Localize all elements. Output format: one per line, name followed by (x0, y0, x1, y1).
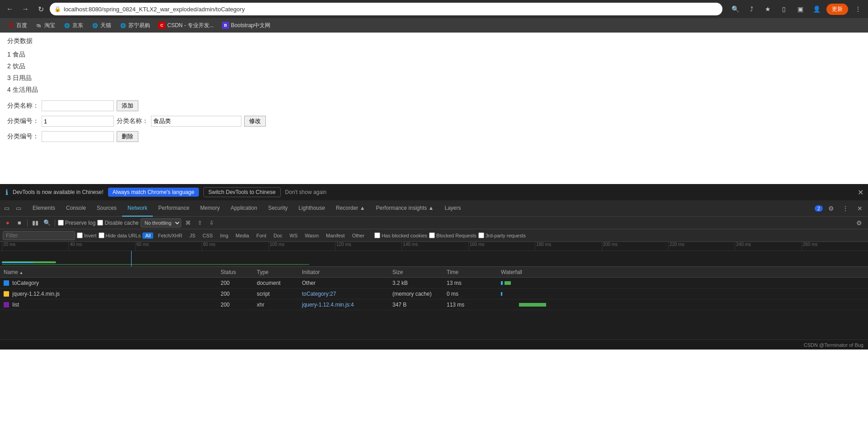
blocked-requests-checkbox[interactable]: Blocked Requests (429, 232, 476, 238)
delete-id-label: 分类编号： (7, 132, 39, 141)
jd-icon: 🌐 (63, 22, 71, 29)
preserve-log-checkbox[interactable]: Preserve log (58, 220, 95, 226)
filter-type-media[interactable]: Media (233, 232, 252, 239)
tab-lighthouse[interactable]: Lighthouse (293, 200, 330, 217)
tab-sources[interactable]: Sources (91, 200, 122, 217)
network-row-1[interactable]: toCategory 200 document Other 3.2 kB 13 … (0, 278, 868, 288)
back-button[interactable]: ← (4, 3, 16, 15)
filter-type-fetch-xhr[interactable]: Fetch/XHR (155, 232, 185, 239)
tab-performance[interactable]: Performance (153, 200, 195, 217)
filter-type-manifest[interactable]: Manifest (323, 232, 348, 239)
tab-elements[interactable]: Elements (27, 200, 61, 217)
throttle-select[interactable]: No throttling (141, 218, 181, 227)
has-blocked-cookies-checkbox[interactable]: Has blocked cookies (374, 232, 427, 238)
tab-performance-insights[interactable]: Performance insights ▲ (371, 200, 439, 217)
tab-console[interactable]: Console (61, 200, 91, 217)
taobao-icon: 🛍 (35, 22, 42, 29)
edit-button[interactable]: 修改 (244, 116, 266, 127)
bookmark-csdn[interactable]: C CSDN - 专业开发... (155, 20, 217, 31)
row3-name: list (0, 302, 217, 308)
bookmark-button[interactable]: ★ (761, 3, 774, 15)
filter-input[interactable] (3, 231, 75, 240)
devtools-close-button[interactable]: ✕ (854, 202, 866, 215)
search-button[interactable]: 🔍 (42, 218, 52, 228)
inspect-element-button[interactable]: ▭ (2, 203, 12, 213)
filter-type-js[interactable]: JS (187, 232, 198, 239)
col-header-initiator[interactable]: Initiator (298, 269, 389, 275)
update-button[interactable]: 更新 (826, 4, 848, 15)
devtools-more-button[interactable]: ⋮ (839, 202, 852, 215)
address-bar[interactable]: 🔒 localhost:8080/spring_0824_KTLX2_war_e… (50, 3, 722, 15)
filter-type-other[interactable]: Other (349, 232, 368, 239)
hide-data-urls-checkbox[interactable]: Hide data URLs (99, 232, 141, 238)
tick-220ms: 220 ms (668, 242, 735, 250)
stop-button[interactable]: ■ (14, 218, 24, 228)
col-header-status[interactable]: Status (217, 269, 253, 275)
bookmark-tmall[interactable]: 🌐 天猫 (88, 20, 115, 31)
menu-button[interactable]: ⋮ (852, 3, 864, 15)
notification-close-button[interactable]: ✕ (858, 188, 863, 197)
forward-button[interactable]: → (19, 3, 32, 15)
invert-checkbox[interactable]: Invert (77, 232, 97, 238)
add-input[interactable] (42, 100, 114, 111)
window-button[interactable]: ▣ (794, 3, 807, 15)
filter-type-doc[interactable]: Doc (271, 232, 285, 239)
network-row-2[interactable]: jquery-1.12.4.min.js 200 script toCatego… (0, 288, 868, 299)
extension-button[interactable]: ▯ (778, 3, 790, 15)
tick-80ms: 80 ms (202, 242, 268, 250)
reload-button[interactable]: ↻ (34, 3, 47, 15)
dont-show-again-button[interactable]: Don't show again (285, 189, 327, 195)
delete-button[interactable]: 删除 (117, 131, 138, 142)
bookmark-taobao[interactable]: 🛍 淘宝 (32, 20, 59, 31)
tab-security[interactable]: Security (263, 200, 293, 217)
suning-icon: 🌐 (119, 22, 127, 29)
col-header-name[interactable]: Name (0, 269, 217, 275)
network-row-3[interactable]: list 200 xhr jquery-1.12.4.min.js:4 347 … (0, 299, 868, 310)
download-button[interactable]: ⇩ (207, 218, 217, 228)
wifi-button[interactable]: ⌘ (183, 218, 193, 228)
network-settings-button[interactable]: ⚙ (853, 217, 865, 229)
add-button[interactable]: 添加 (117, 100, 138, 111)
col-header-size[interactable]: Size (389, 269, 443, 275)
share-button[interactable]: ⤴ (745, 3, 758, 15)
tab-memory[interactable]: Memory (195, 200, 225, 217)
filter-type-font[interactable]: Font (254, 232, 269, 239)
upload-button[interactable]: ⇧ (195, 218, 205, 228)
filter-type-wasm[interactable]: Wasm (302, 232, 321, 239)
delete-id-input[interactable] (42, 131, 114, 142)
record-button[interactable]: ● (3, 218, 13, 228)
xhr-icon (4, 302, 9, 307)
filter-toggle-button[interactable]: ▮▮ (30, 218, 40, 228)
waterfall-green-3 (519, 303, 546, 307)
third-party-requests-checkbox[interactable]: 3rd-party requests (478, 232, 526, 238)
edit-id-label: 分类编号： (7, 117, 39, 125)
edit-id-input[interactable] (42, 116, 114, 127)
filter-type-ws[interactable]: WS (287, 232, 301, 239)
disable-cache-checkbox[interactable]: Disable cache (97, 220, 138, 226)
devtools-settings-button[interactable]: ⚙ (825, 202, 837, 215)
filter-type-img[interactable]: Img (217, 232, 231, 239)
always-match-button[interactable]: Always match Chrome's language (108, 188, 199, 197)
tab-application[interactable]: Application (225, 200, 263, 217)
switch-to-chinese-button[interactable]: Switch DevTools to Chinese (203, 187, 281, 197)
tab-recorder[interactable]: Recorder ▲ (330, 200, 371, 217)
tab-layers[interactable]: Layers (439, 200, 466, 217)
search-button[interactable]: 🔍 (729, 3, 741, 15)
filter-type-css[interactable]: CSS (200, 232, 216, 239)
row3-status: 200 (217, 302, 253, 308)
tick-120ms: 120 ms (335, 242, 401, 250)
profile-button[interactable]: 👤 (810, 3, 823, 15)
edit-name-input[interactable] (151, 116, 241, 127)
bookmark-baidu[interactable]: 百 百度 (4, 20, 31, 31)
bookmark-jd[interactable]: 🌐 京东 (60, 20, 87, 31)
tab-network[interactable]: Network (122, 200, 153, 217)
bookmark-bootstrap[interactable]: B Bootstrap中文网 (218, 20, 274, 31)
waterfall-blue-1 (501, 281, 503, 285)
col-header-time[interactable]: Time (443, 269, 497, 275)
network-table-header: Name Status Type Initiator Size Time Wat… (0, 267, 868, 278)
filter-type-all[interactable]: All (142, 232, 153, 239)
bookmark-suning[interactable]: 🌐 苏宁易购 (116, 20, 154, 31)
device-toggle-button[interactable]: ▭ (14, 203, 24, 213)
col-header-waterfall[interactable]: Waterfall (497, 269, 868, 275)
col-header-type[interactable]: Type (253, 269, 298, 275)
